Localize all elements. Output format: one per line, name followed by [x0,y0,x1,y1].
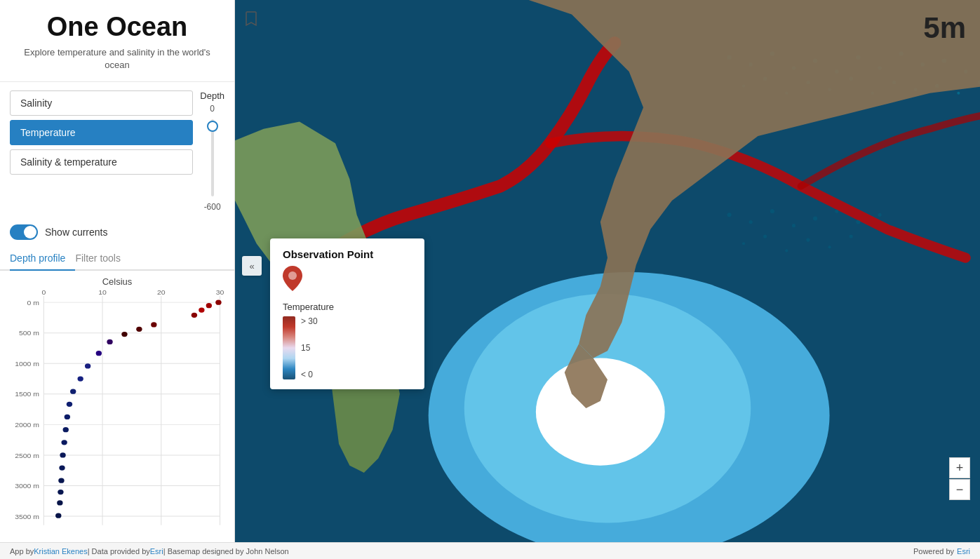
collapse-panel-button[interactable]: « [242,256,262,276]
footer-data-text: | Data provided by [88,547,150,555]
svg-point-30 [121,332,127,337]
svg-point-76 [749,220,753,224]
app-title: One Ocean [14,13,220,42]
zoom-controls: + − [949,457,970,500]
svg-text:2500 m: 2500 m [15,452,39,459]
svg-point-79 [813,216,817,220]
svg-point-24 [215,300,221,305]
svg-point-37 [65,415,70,419]
controls-section: Salinity Temperature Salinity & temperat… [0,82,234,220]
salinity-temperature-button[interactable]: Salinity & temperature [10,149,193,175]
depth-slider-track[interactable] [211,119,214,196]
footer-data-link[interactable]: Esri [150,547,163,555]
svg-point-78 [792,224,796,227]
temperature-button[interactable]: Temperature [10,120,193,145]
svg-point-82 [878,213,881,217]
tab-filter-tools[interactable]: Filter tools [75,247,130,271]
bookmark-icon[interactable] [245,11,257,30]
svg-point-45 [55,513,61,518]
zoom-in-button[interactable]: + [949,457,970,478]
svg-point-39 [61,440,67,445]
depth-badge: 5m [923,11,966,45]
svg-point-29 [136,327,142,332]
svg-point-32 [96,351,102,356]
footer-basemap-text: | Basemap designed by John Nelson [163,547,289,555]
depth-control: Depth 0 -600 [200,90,224,212]
svg-point-28 [151,322,156,327]
svg-point-87 [828,245,831,248]
chevron-left-icon: « [249,261,254,271]
svg-point-35 [70,389,76,394]
currents-toggle[interactable] [10,224,38,240]
svg-point-34 [77,377,83,382]
zoom-out-button[interactable]: − [949,479,970,500]
svg-point-73 [957,92,960,95]
svg-point-75 [727,213,732,217]
svg-text:1500 m: 1500 m [15,391,39,398]
svg-text:2000 m: 2000 m [15,422,39,429]
svg-text:0 m: 0 m [27,299,39,307]
svg-point-44 [57,501,62,506]
app-subtitle: Explore temperature and salinity in the … [14,46,220,72]
footer-esri-link[interactable]: Esri [957,547,970,555]
svg-text:3000 m: 3000 m [15,483,39,490]
popup-title: Observation Point [283,248,412,260]
tab-depth-profile[interactable]: Depth profile [10,247,75,271]
temp-label-high: > 30 [301,316,318,326]
chart-unit-label: Celsius [7,276,227,287]
svg-point-81 [856,220,860,224]
svg-point-26 [199,308,204,313]
svg-text:10: 10 [98,290,107,296]
svg-text:3500 m: 3500 m [15,513,39,520]
show-currents-label: Show currents [45,227,107,238]
svg-point-25 [206,303,212,308]
salinity-button[interactable]: Salinity [10,90,193,116]
svg-text:0: 0 [41,290,46,296]
temp-labels: > 30 15 < 0 [301,316,318,379]
temp-gradient-bar [283,316,295,379]
depth-top-value: 0 [210,104,215,114]
svg-point-36 [67,402,72,407]
svg-point-40 [60,452,65,457]
footer-bar: App by Kristian Ekenes | Data provided b… [0,542,980,559]
svg-point-86 [806,238,810,242]
svg-text:1000 m: 1000 m [15,361,39,368]
svg-point-80 [835,210,838,213]
temp-label-mid: 15 [301,343,318,353]
popup-temp-label: Temperature [283,302,412,312]
footer-right: Powered by Esri [913,547,970,555]
toggle-track [10,224,38,240]
svg-point-84 [763,234,767,238]
depth-label: Depth [200,90,224,101]
svg-point-77 [770,209,774,213]
popup-pin [283,266,412,296]
depth-bottom-value: -600 [204,202,221,212]
svg-point-88 [850,234,853,238]
svg-point-33 [85,363,90,368]
svg-point-85 [785,249,788,252]
footer-app-by: App by [10,547,34,555]
temp-label-low: < 0 [301,370,318,379]
svg-point-27 [192,313,197,318]
svg-point-31 [107,339,112,344]
map-area[interactable]: 5m Observation Point Temperature > 30 1 [235,0,980,542]
tabs-section: Depth profile Filter tools [0,247,234,271]
svg-text:20: 20 [157,290,166,296]
toggle-thumb [24,226,36,238]
svg-point-42 [58,478,64,483]
svg-point-43 [58,490,63,494]
svg-point-83 [742,242,745,245]
left-panel: One Ocean Explore temperature and salini… [0,0,235,542]
depth-slider-thumb[interactable] [207,121,218,132]
footer-author-link[interactable]: Kristian Ekenes [34,547,87,555]
svg-point-41 [59,466,65,471]
show-currents-row: Show currents [0,220,234,247]
chart-section: Celsius [0,271,234,542]
layer-buttons: Salinity Temperature Salinity & temperat… [10,90,193,175]
svg-point-38 [63,427,69,432]
app-title-section: One Ocean Explore temperature and salini… [0,0,234,82]
observation-popup: Observation Point Temperature > 30 15 < … [270,238,424,389]
svg-point-89 [288,271,297,280]
temperature-legend: > 30 15 < 0 [283,316,412,379]
depth-profile-chart: 0 m 500 m 1000 m 1500 m 2000 m 2500 m 30… [7,290,227,532]
